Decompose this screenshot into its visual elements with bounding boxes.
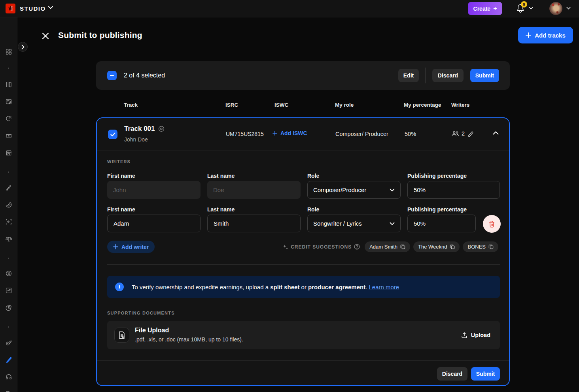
writer2-role-select[interactable]: Songwriter / Lyrics — [307, 215, 401, 232]
sidebar-grid-icon[interactable] — [5, 48, 13, 56]
publishing-percentage-label: Publishing percentage — [407, 173, 467, 179]
track-checkbox-checked[interactable] — [108, 130, 117, 139]
brand-name: STUDIO — [20, 5, 46, 12]
sparkle-icon — [283, 244, 288, 250]
sidebar-meter-icon[interactable] — [5, 115, 13, 122]
account-chevron-down-icon[interactable] — [566, 7, 571, 9]
sidebar-divider-dot — [8, 326, 9, 328]
copy-icon — [400, 244, 405, 249]
bandlab-logo-icon[interactable] — [6, 4, 15, 13]
file-upload-title: File Upload — [135, 327, 169, 334]
track-my-percentage: 50% — [405, 131, 416, 137]
chevron-down-icon — [390, 222, 395, 225]
column-header-track: Track — [124, 102, 138, 108]
track-artist: John Doe — [124, 136, 148, 143]
sidebar-library-icon[interactable] — [5, 81, 13, 89]
sidebar-divider-dot — [8, 68, 9, 69]
discard-button[interactable]: Discard — [437, 367, 467, 381]
writer2-last-name-input[interactable] — [207, 215, 301, 232]
create-button[interactable]: Create + — [468, 2, 502, 15]
button-divider — [426, 68, 426, 83]
suggestion-chip[interactable]: BONES — [463, 241, 498, 252]
add-tracks-button[interactable]: Add tracks — [518, 27, 573, 43]
role-label: Role — [307, 173, 319, 179]
sidebar-store-icon[interactable] — [5, 149, 13, 157]
submit-button[interactable]: Submit — [471, 367, 500, 381]
submit-button[interactable]: Submit — [470, 69, 499, 82]
close-icon[interactable] — [41, 32, 50, 40]
sidebar-scale-icon[interactable] — [5, 235, 13, 243]
suggestion-chip[interactable]: The Weeknd — [413, 241, 460, 252]
copy-icon — [450, 244, 455, 249]
edit-writers-pencil-icon[interactable] — [467, 130, 474, 137]
app-window: STUDIO Create + 9 — [0, 0, 579, 392]
first-name-label: First name — [107, 206, 135, 213]
edit-button[interactable]: Edit — [398, 69, 419, 82]
top-bar: STUDIO Create + 9 — [0, 0, 579, 17]
discard-button[interactable]: Discard — [432, 69, 464, 82]
notifications-chevron-down-icon[interactable] — [529, 7, 533, 9]
writer2-percentage-input[interactable] — [407, 215, 476, 232]
writer1-percentage-input[interactable] — [407, 181, 500, 199]
page-title: Submit to publishing — [58, 30, 142, 40]
column-header-my-role: My role — [335, 102, 354, 108]
file-document-icon — [114, 328, 129, 343]
plus-icon: + — [493, 6, 497, 12]
sidebar-headphones-icon[interactable] — [5, 373, 13, 381]
suggestion-chip[interactable]: Adam Smith — [365, 241, 410, 252]
sidebar-publishing-icon-active[interactable] — [5, 356, 13, 364]
collapse-chevron-up-icon[interactable] — [493, 131, 499, 135]
writer1-role-select[interactable]: Composer/Producer — [307, 181, 401, 199]
upload-icon — [461, 332, 467, 338]
selection-bar: 2 of 4 selected Edit Discard Submit — [96, 61, 510, 90]
column-header-my-percentage: My percentage — [404, 102, 441, 108]
sidebar-puzzle-icon[interactable] — [5, 390, 13, 392]
copy-icon — [488, 244, 494, 249]
upload-button[interactable]: Upload — [461, 329, 490, 341]
track-title: Track 001 — [124, 125, 165, 133]
track-my-role: Composer/ Producer — [335, 131, 388, 137]
role-label: Role — [307, 206, 319, 213]
sidebar-divider-dot — [8, 258, 9, 259]
add-writer-button[interactable]: Add writer — [107, 241, 155, 253]
disc-icon — [158, 126, 165, 132]
brand-chevron-down-icon[interactable] — [48, 6, 53, 9]
sidebar-chart-icon[interactable] — [5, 286, 13, 294]
sidebar-ticket-icon[interactable] — [5, 132, 13, 139]
sidebar-dollar-icon[interactable] — [5, 270, 13, 277]
sidebar-divider-dot — [8, 172, 9, 173]
file-upload-subtitle: .pdf, .xls, or .doc (max 10MB, up to 10 … — [135, 336, 243, 343]
delete-writer-button[interactable] — [483, 215, 501, 233]
sidebar-notes-icon[interactable] — [5, 98, 13, 106]
user-avatar[interactable] — [549, 2, 562, 15]
select-all-checkbox-indeterminate[interactable] — [107, 71, 117, 80]
left-sidebar — [0, 17, 17, 392]
notification-count-badge: 9 — [521, 1, 527, 8]
credit-suggestions-label: CREDIT SUGGESTIONS — [283, 244, 360, 250]
sidebar-whistle-icon[interactable] — [5, 339, 13, 347]
last-name-label: Last name — [207, 206, 235, 213]
plus-icon — [526, 32, 531, 38]
writer2-first-name-input[interactable] — [107, 215, 201, 232]
sidebar-vinyl-icon[interactable] — [5, 201, 13, 209]
chevron-down-icon — [390, 188, 395, 192]
writer1-last-name-input[interactable] — [207, 181, 301, 199]
column-header-writers: Writers — [451, 102, 469, 108]
sidebar-waveform-icon[interactable] — [5, 218, 13, 226]
info-icon: i — [115, 283, 124, 291]
writer1-first-name-input[interactable] — [107, 181, 201, 199]
publishing-percentage-label: Publishing percentage — [407, 206, 467, 213]
trash-icon — [488, 220, 495, 228]
first-name-label: First name — [107, 173, 135, 179]
sidebar-pen-icon[interactable] — [5, 184, 13, 192]
column-header-isrc: ISRC — [225, 102, 238, 108]
track-isrc-value: UM715US2815 — [226, 131, 264, 137]
add-iswc-link[interactable]: Add ISWC — [272, 130, 307, 136]
learn-more-link[interactable]: Learn more — [369, 284, 399, 290]
track-card: Track 001 John Doe UM715US2815 Add ISWC … — [96, 117, 510, 386]
help-circle-icon — [354, 244, 360, 250]
file-upload-card: File Upload .pdf, .xls, or .doc (max 10M… — [107, 321, 500, 349]
sidebar-expand-button[interactable] — [18, 42, 28, 52]
people-icon — [451, 131, 459, 137]
sidebar-pie-icon[interactable] — [5, 304, 13, 312]
